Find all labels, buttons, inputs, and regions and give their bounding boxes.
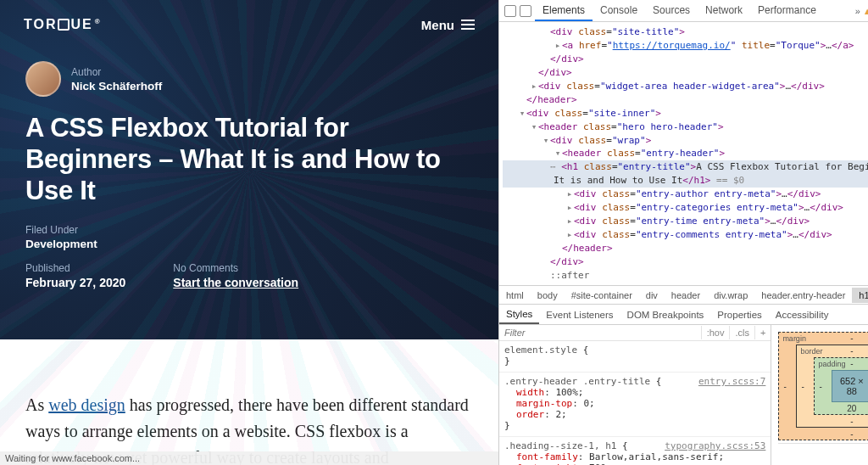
dom-node[interactable]: ▸<div class="entry-time entry-meta">…</d…: [503, 215, 868, 228]
more-tabs-chevron-icon[interactable]: »: [855, 6, 860, 16]
author-name[interactable]: Nick Schäferhoff: [71, 80, 162, 92]
rule-source-link[interactable]: typography.scss:53: [665, 440, 765, 451]
new-rule-button[interactable]: +: [754, 326, 771, 339]
inspect-icon[interactable]: [504, 5, 516, 17]
hero-header: TORUE® Menu Author Nick Schäferhoff A CS…: [0, 0, 498, 339]
dom-node[interactable]: ▾<div class="site-inner">: [503, 107, 868, 120]
site-logo[interactable]: TORUE®: [24, 17, 102, 32]
comments-label: No Comments: [173, 262, 298, 274]
devtools-tab-performance[interactable]: Performance: [750, 1, 824, 21]
menu-toggle[interactable]: Menu: [421, 18, 475, 32]
crumb[interactable]: div.wrap: [707, 288, 754, 303]
dom-node[interactable]: ▸<div class="entry-author entry-meta">…<…: [503, 188, 868, 201]
article-link-webdesign[interactable]: web design: [48, 395, 125, 414]
dom-node[interactable]: <div class="site-title">: [503, 25, 868, 39]
warning-icon[interactable]: ▲: [863, 6, 868, 16]
bm-margin[interactable]: margin - - - - border - - - - padding: [778, 332, 868, 440]
subtab-accessibility[interactable]: Accessibility: [769, 306, 836, 323]
dom-node[interactable]: ⋯ <h1 class="entry-title">A CSS Flexbox …: [503, 160, 868, 174]
dom-node[interactable]: </header>: [503, 93, 868, 107]
logo-q-icon: [58, 19, 70, 31]
menu-label: Menu: [421, 18, 454, 32]
device-toggle-icon[interactable]: [520, 5, 531, 17]
rule-source-link[interactable]: entry.scss:7: [698, 376, 765, 387]
devtools-tab-console[interactable]: Console: [593, 1, 645, 21]
dom-node[interactable]: </div>: [503, 53, 868, 66]
crumb[interactable]: h1.entry-title: [852, 288, 868, 303]
crumb[interactable]: header: [665, 288, 707, 303]
styles-filter-input[interactable]: [499, 325, 701, 340]
article-body: As web design has progressed, there have…: [0, 339, 498, 465]
author-block: Author Nick Schäferhoff: [25, 61, 473, 97]
subtab-event-listeners[interactable]: Event Listeners: [539, 306, 620, 323]
browser-status-bar: Waiting for www.facebook.com...: [0, 451, 498, 465]
crumb[interactable]: body: [531, 288, 565, 303]
dom-node[interactable]: </div>: [503, 66, 868, 80]
dom-node[interactable]: It is and How to Use It</h1> == $0: [503, 174, 868, 188]
crumb[interactable]: header.entry-header: [754, 288, 852, 303]
devtools-tab-network[interactable]: Network: [698, 1, 750, 21]
entry-title: A CSS Flexbox Tutorial for Beginners – W…: [25, 112, 473, 207]
css-rule[interactable]: entry.scss:7.entry-header .entry-title {…: [499, 373, 771, 437]
devtools-panel: ElementsConsoleSourcesNetworkPerformance…: [498, 0, 868, 465]
hamburger-icon: [461, 20, 475, 30]
published-value: February 27, 2020: [25, 276, 125, 289]
avatar[interactable]: [25, 61, 61, 97]
dom-node[interactable]: ▾<header class="entry-header">: [503, 147, 868, 160]
crumb[interactable]: html: [499, 288, 531, 303]
published-label: Published: [25, 262, 125, 274]
bm-border[interactable]: border - - - - padding - 20 - - 6: [796, 345, 868, 428]
subtab-styles[interactable]: Styles: [499, 305, 539, 324]
dom-node[interactable]: ::after: [503, 269, 868, 283]
dom-node[interactable]: ▸<div class="entry-comments entry-meta">…: [503, 228, 868, 242]
hov-toggle[interactable]: :hov: [701, 326, 730, 339]
subtab-dom-breakpoints[interactable]: DOM Breakpoints: [620, 306, 711, 323]
webpage-preview: TORUE® Menu Author Nick Schäferhoff A CS…: [0, 0, 498, 465]
dom-node[interactable]: ▾<div class="wrap">: [503, 134, 868, 148]
box-model-pane: margin - - - - border - - - - padding: [771, 325, 868, 465]
dom-node[interactable]: ▸<div class="widget-area header-widget-a…: [503, 80, 868, 93]
dom-node[interactable]: ▸<div class="entry-categories entry-meta…: [503, 201, 868, 215]
breadcrumb[interactable]: htmlbody#site-containerdivheaderdiv.wrap…: [499, 285, 868, 304]
devtools-toolbar: ElementsConsoleSourcesNetworkPerformance…: [499, 0, 868, 22]
elements-tree[interactable]: <div class="site-title">▸<a href="https:…: [499, 22, 868, 285]
crumb[interactable]: #site-container: [565, 288, 639, 303]
bm-padding[interactable]: padding - 20 - - 652 × 88: [814, 357, 868, 415]
crumb[interactable]: div: [639, 288, 665, 303]
author-label: Author: [71, 66, 162, 78]
styles-pane[interactable]: :hov .cls + element.style {}entry.scss:7…: [499, 325, 771, 465]
filed-label: Filed Under: [25, 224, 473, 236]
css-rule[interactable]: element.style {}: [499, 341, 771, 373]
subtab-properties[interactable]: Properties: [710, 306, 768, 323]
comments-cta[interactable]: Start the conversation: [173, 276, 298, 289]
styles-subtabs: StylesEvent ListenersDOM BreakpointsProp…: [499, 304, 868, 324]
dom-node[interactable]: ▸<a href="https://torquemag.io/" title="…: [503, 39, 868, 53]
dom-node[interactable]: </div>: [503, 255, 868, 269]
dom-node[interactable]: ▾<header class="hero hero-header">: [503, 120, 868, 134]
filed-value[interactable]: Development: [25, 238, 473, 250]
bm-content[interactable]: 652 × 88: [832, 370, 868, 402]
cls-toggle[interactable]: .cls: [729, 326, 754, 339]
css-rule[interactable]: typography.scss:53.heading--size-1, h1 {…: [499, 437, 771, 465]
devtools-tab-sources[interactable]: Sources: [645, 1, 698, 21]
devtools-tab-elements[interactable]: Elements: [535, 1, 593, 21]
dom-node[interactable]: </header>: [503, 242, 868, 255]
